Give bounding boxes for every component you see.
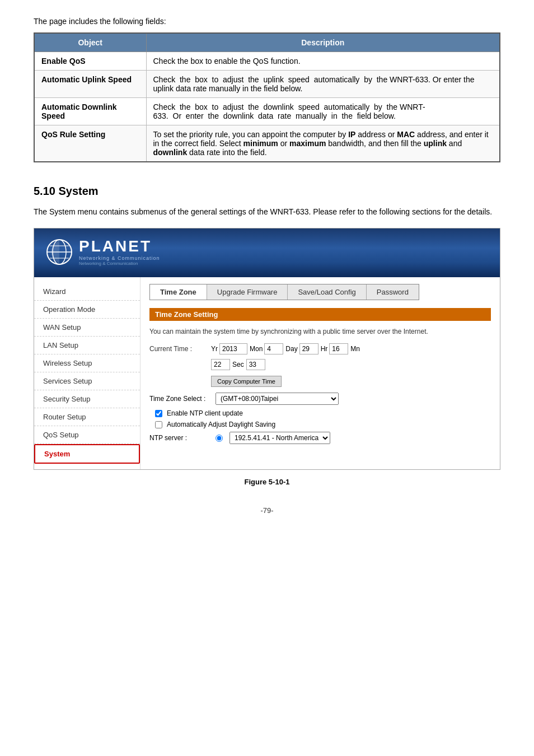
yr-label: Yr: [211, 345, 218, 353]
ntp-enable-row: Enable NTP client update: [155, 409, 491, 417]
planet-logo: PLANET Networking & Communication Networ…: [45, 237, 160, 266]
daylight-saving-label: Automatically Adjust Daylight Saving: [167, 421, 275, 428]
table-cell-description: Check the box to adjust the uplink speed…: [146, 71, 500, 98]
hr-input[interactable]: [329, 343, 348, 354]
daylight-saving-row: Automatically Adjust Daylight Saving: [155, 421, 491, 428]
sidebar-item-router-setup[interactable]: Router Setup: [34, 408, 140, 426]
sidebar-item-wireless-setup[interactable]: Wireless Setup: [34, 354, 140, 372]
tab-password[interactable]: Password: [367, 284, 419, 300]
ntp-enable-label: Enable NTP client update: [167, 409, 243, 417]
ntp-server-select[interactable]: 192.5.41.41 - North America: [229, 432, 330, 444]
daylight-saving-checkbox[interactable]: [155, 421, 162, 428]
table-row: Automatic Uplink Speed Check the box to …: [34, 71, 500, 98]
current-time-label: Current Time :: [149, 345, 211, 353]
table-row: Enable QoS Check the box to enable the Q…: [34, 52, 500, 71]
ntp-server-row: NTP server : 192.5.41.41 - North America: [149, 432, 491, 444]
hr-field-group: Hr: [321, 343, 349, 354]
table-cell-description: To set the priority rule, you can appoin…: [146, 125, 500, 162]
mon-label: Mon: [250, 345, 263, 353]
router-content: Time Zone Upgrade Firmware Save/Load Con…: [140, 277, 500, 469]
intro-text: The page includes the following fields:: [34, 17, 500, 26]
planet-tagline: Networking & Communication: [79, 255, 160, 261]
table-header-object: Object: [34, 33, 146, 52]
section-intro: The System menu contains submenus of the…: [34, 206, 500, 218]
mn-field-group: Mn: [350, 345, 360, 353]
sidebar-item-services-setup[interactable]: Services Setup: [34, 372, 140, 390]
table-header-description: Description: [146, 33, 500, 52]
day-input[interactable]: [299, 343, 318, 354]
sidebar-item-wan-setup[interactable]: WAN Setup: [34, 319, 140, 337]
timezone-select-row: Time Zone Select : (GMT+08:00)Taipei: [149, 393, 491, 405]
yr-field-group: Yr: [211, 343, 247, 354]
sidebar-item-security-setup[interactable]: Security Setup: [34, 390, 140, 408]
sidebar-item-wizard[interactable]: Wizard: [34, 283, 140, 301]
timezone-select[interactable]: (GMT+08:00)Taipei: [216, 393, 339, 405]
table-row: QoS Rule Setting To set the priority rul…: [34, 125, 500, 162]
ntp-enable-checkbox[interactable]: [155, 410, 162, 417]
table-cell-description: Check the box to adjust the downlink spe…: [146, 98, 500, 125]
table-cell-object: Automatic DownlinkSpeed: [34, 98, 146, 125]
sidebar-item-system[interactable]: System: [34, 444, 140, 464]
mn-label: Mn: [350, 345, 360, 353]
table-cell-object: Automatic Uplink Speed: [34, 71, 146, 98]
current-time-second-row: Sec: [211, 359, 491, 370]
second-input[interactable]: [211, 359, 230, 370]
planet-globe-icon: [45, 238, 73, 266]
router-body: Wizard Operation Mode WAN Setup LAN Setu…: [34, 277, 500, 469]
qos-table: Object Description Enable QoS Check the …: [34, 32, 500, 162]
table-cell-object: QoS Rule Setting: [34, 125, 146, 162]
router-sidebar: Wizard Operation Mode WAN Setup LAN Setu…: [34, 277, 140, 469]
tab-upgrade-firmware[interactable]: Upgrade Firmware: [207, 284, 288, 300]
current-time-fields: Yr Mon Day Hr: [211, 343, 360, 354]
ntp-server-radio[interactable]: [216, 435, 223, 442]
planet-brand-name: PLANET: [79, 237, 160, 255]
mon-field-group: Mon: [250, 343, 283, 354]
sidebar-item-operation-mode[interactable]: Operation Mode: [34, 301, 140, 319]
current-time-row: Current Time : Yr Mon Day H: [149, 343, 491, 354]
tab-save-load-config[interactable]: Save/Load Config: [288, 284, 366, 300]
sidebar-item-qos-setup[interactable]: QoS Setup: [34, 426, 140, 444]
day-label: Day: [285, 345, 297, 353]
sidebar-item-lan-setup[interactable]: LAN Setup: [34, 337, 140, 354]
tab-time-zone[interactable]: Time Zone: [150, 284, 207, 300]
planet-tagline2: Networking & Communication: [79, 261, 160, 266]
router-header: PLANET Networking & Communication Networ…: [34, 228, 500, 277]
router-frame: PLANET Networking & Communication Networ…: [34, 228, 500, 470]
figure-caption: Figure 5-10-1: [34, 474, 500, 489]
table-cell-description: Check the box to enable the QoS function…: [146, 52, 500, 71]
copy-computer-time-button[interactable]: Copy Computer Time: [211, 376, 282, 387]
sec-input[interactable]: [246, 359, 265, 370]
section-heading: 5.10 System: [34, 185, 500, 198]
table-cell-object: Enable QoS: [34, 52, 146, 71]
timezone-description: You can maintain the system time by sync…: [149, 326, 491, 337]
timezone-section-title: Time Zone Setting: [149, 308, 491, 321]
day-field-group: Day: [285, 343, 318, 354]
sec-label: Sec: [232, 361, 244, 368]
page-number: -79-: [34, 506, 500, 515]
planet-logo-text: PLANET Networking & Communication Networ…: [79, 237, 160, 266]
tabs-row: Time Zone Upgrade Firmware Save/Load Con…: [149, 284, 419, 300]
table-row: Automatic DownlinkSpeed Check the box to…: [34, 98, 500, 125]
ntp-server-label: NTP server :: [149, 434, 211, 442]
mon-input[interactable]: [264, 343, 283, 354]
yr-input[interactable]: [219, 343, 247, 354]
hr-label: Hr: [321, 345, 328, 353]
timezone-select-label: Time Zone Select :: [149, 395, 211, 403]
